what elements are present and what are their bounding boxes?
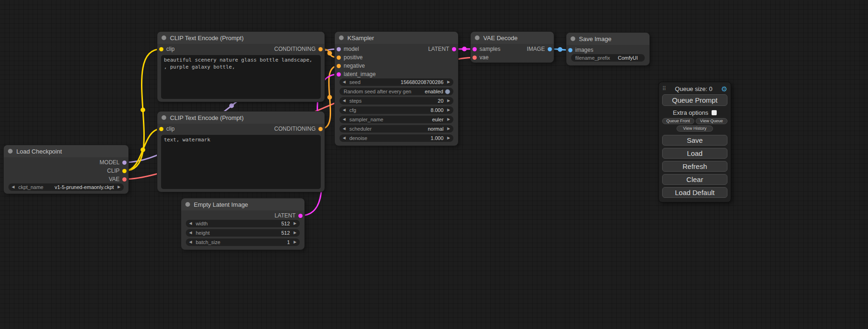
widget-height[interactable]: ◀ height 512 ▶ — [186, 229, 300, 237]
widget-sampler-name[interactable]: ◀ sampler_name euler ▶ — [339, 116, 453, 123]
queue-front-button[interactable]: Queue Front — [662, 118, 694, 124]
save-button[interactable]: Save — [662, 135, 727, 146]
link-midpoint-model-to-sampler[interactable] — [229, 104, 234, 108]
link-midpoint-image-to-save[interactable] — [558, 47, 563, 52]
input-slot-model[interactable]: model — [335, 46, 359, 52]
decrement-arrow-icon[interactable]: ◀ — [189, 240, 192, 244]
node-empty-latent-image[interactable]: Empty Latent Image LATENT ◀ width 512 ▶ … — [181, 198, 304, 250]
output-slot-latent[interactable]: LATENT — [275, 212, 304, 219]
widget-ckpt-name[interactable]: ◀ ckpt_name v1-5-pruned-emaonly.ckpt ▶ — [8, 183, 124, 191]
increment-arrow-icon[interactable]: ▶ — [118, 185, 120, 189]
output-dot-image-icon[interactable] — [548, 47, 552, 51]
input-slot-clip[interactable]: clip — [157, 46, 175, 52]
input-dot-clip-icon[interactable] — [159, 127, 163, 131]
increment-arrow-icon[interactable]: ▶ — [447, 136, 450, 140]
input-dot-model-icon[interactable] — [337, 47, 341, 51]
decrement-arrow-icon[interactable]: ◀ — [343, 118, 346, 121]
input-dot-images-icon[interactable] — [568, 48, 572, 52]
prompt-textarea[interactable]: text, watermark — [161, 135, 321, 189]
node-title-bar[interactable]: CLIP Text Encode (Prompt) — [157, 32, 325, 44]
output-slot-image[interactable]: IMAGE — [527, 46, 554, 52]
output-slot-model[interactable]: MODEL — [99, 159, 128, 166]
input-slot-vae[interactable]: vae — [471, 54, 488, 61]
node-ksampler[interactable]: KSampler model LATENT positive negative — [335, 32, 458, 146]
output-slot-clip[interactable]: CLIP — [107, 168, 128, 174]
node-save-image[interactable]: Save Image images filename_prefix ComfyU… — [566, 33, 649, 65]
input-dot-latent-image-icon[interactable] — [337, 72, 341, 77]
increment-arrow-icon[interactable]: ▶ — [447, 99, 450, 103]
output-dot-model-icon[interactable] — [122, 161, 127, 165]
increment-arrow-icon[interactable]: ▶ — [447, 118, 450, 121]
output-slot-vae[interactable]: VAE — [109, 176, 128, 182]
widget-random-seed-toggle[interactable]: Random seed after every gen enabled — [339, 88, 453, 95]
queue-prompt-button[interactable]: Queue Prompt — [662, 94, 727, 106]
decrement-arrow-icon[interactable]: ◀ — [343, 127, 346, 131]
refresh-button[interactable]: Refresh — [662, 161, 727, 172]
link-midpoint-negative-conditioning[interactable] — [327, 95, 332, 100]
decrement-arrow-icon[interactable]: ◀ — [343, 80, 346, 84]
input-dot-positive-icon[interactable] — [337, 56, 341, 60]
input-slot-positive[interactable]: positive — [335, 54, 363, 61]
output-slot-conditioning[interactable]: CONDITIONING — [274, 46, 325, 52]
load-button[interactable]: Load — [662, 148, 727, 159]
node-graph-canvas[interactable]: { "colors": { "model": "#B39DDB", "clip"… — [0, 0, 868, 329]
widget-steps[interactable]: ◀ steps 20 ▶ — [339, 97, 453, 105]
output-dot-conditioning-icon[interactable] — [318, 47, 323, 51]
link-midpoint-positive-conditioning[interactable] — [327, 51, 332, 56]
link-midpoint-latent-to-decode[interactable] — [462, 47, 467, 51]
load-default-button[interactable]: Load Default — [662, 187, 727, 198]
input-slot-latent-image[interactable]: latent_image — [335, 71, 376, 77]
decrement-arrow-icon[interactable]: ◀ — [343, 108, 346, 112]
output-dot-latent-icon[interactable] — [452, 47, 456, 51]
node-vae-decode[interactable]: VAE Decode samples IMAGE vae — [471, 32, 554, 63]
input-dot-samples-icon[interactable] — [473, 47, 477, 51]
node-clip-text-encode-positive[interactable]: CLIP Text Encode (Prompt) clip CONDITION… — [157, 32, 325, 102]
input-dot-negative-icon[interactable] — [337, 64, 341, 68]
node-title-bar[interactable]: KSampler — [335, 32, 458, 44]
output-dot-vae-icon[interactable] — [122, 177, 127, 182]
node-title-bar[interactable]: VAE Decode — [471, 32, 554, 44]
input-slot-negative[interactable]: negative — [335, 63, 365, 69]
output-slot-conditioning[interactable]: CONDITIONING — [274, 126, 325, 132]
toggle-knob-icon[interactable] — [445, 89, 450, 94]
input-dot-vae-icon[interactable] — [473, 56, 477, 60]
input-dot-clip-icon[interactable] — [159, 47, 163, 51]
decrement-arrow-icon[interactable]: ◀ — [12, 185, 14, 189]
node-load-checkpoint[interactable]: Load Checkpoint MODEL CLIP VAE ◀ ckpt_na… — [4, 145, 128, 194]
widget-batch-size[interactable]: ◀ batch_size 1 ▶ — [186, 238, 300, 246]
extra-options-checkbox[interactable] — [712, 110, 717, 115]
increment-arrow-icon[interactable]: ▶ — [294, 231, 296, 235]
node-title-bar[interactable]: Empty Latent Image — [181, 198, 304, 210]
widget-scheduler[interactable]: ◀ scheduler normal ▶ — [339, 125, 453, 133]
prompt-textarea[interactable]: beautiful scenery nature glass bottle la… — [161, 55, 321, 99]
increment-arrow-icon[interactable]: ▶ — [294, 222, 296, 225]
decrement-arrow-icon[interactable]: ◀ — [343, 136, 346, 140]
node-title-bar[interactable]: Save Image — [566, 33, 649, 45]
output-dot-conditioning-icon[interactable] — [318, 127, 323, 131]
node-title-bar[interactable]: Load Checkpoint — [4, 145, 128, 157]
decrement-arrow-icon[interactable]: ◀ — [343, 99, 346, 103]
view-queue-button[interactable]: View Queue — [696, 118, 728, 124]
output-dot-latent-icon[interactable] — [298, 214, 303, 218]
increment-arrow-icon[interactable]: ▶ — [447, 127, 450, 131]
widget-filename-prefix[interactable]: filename_prefix ComfyUI — [571, 54, 645, 62]
widget-cfg[interactable]: ◀ cfg 8.000 ▶ — [339, 106, 453, 114]
output-dot-clip-icon[interactable] — [122, 169, 127, 173]
increment-arrow-icon[interactable]: ▶ — [447, 80, 450, 84]
node-clip-text-encode-negative[interactable]: CLIP Text Encode (Prompt) clip CONDITION… — [157, 112, 325, 192]
increment-arrow-icon[interactable]: ▶ — [447, 108, 450, 112]
increment-arrow-icon[interactable]: ▶ — [294, 240, 296, 244]
link-midpoint-clip-to-positive-encode[interactable] — [141, 108, 145, 112]
output-slot-latent[interactable]: LATENT — [428, 46, 458, 52]
decrement-arrow-icon[interactable]: ◀ — [189, 222, 192, 225]
link-midpoint-clip-to-negative-encode[interactable] — [141, 147, 145, 152]
widget-denoise[interactable]: ◀ denoise 1.000 ▶ — [339, 134, 453, 142]
drag-handle-icon[interactable]: ⠿ — [662, 85, 666, 92]
widget-seed[interactable]: ◀ seed 156680208700286 ▶ — [339, 78, 453, 86]
input-slot-clip[interactable]: clip — [157, 126, 175, 132]
input-slot-samples[interactable]: samples — [471, 46, 501, 52]
settings-gear-icon[interactable]: ⚙ — [721, 85, 727, 92]
node-title-bar[interactable]: CLIP Text Encode (Prompt) — [157, 112, 325, 124]
input-slot-images[interactable]: images — [566, 47, 593, 53]
clear-button[interactable]: Clear — [662, 174, 727, 185]
